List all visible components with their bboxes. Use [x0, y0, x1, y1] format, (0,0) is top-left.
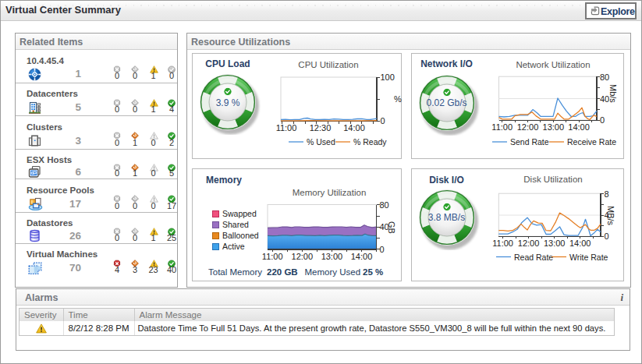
- svg-text:0: 0: [380, 245, 385, 254]
- svg-text:14:00: 14:00: [343, 123, 365, 133]
- svg-text:80: 80: [600, 72, 609, 82]
- svg-text:13:00: 13:00: [544, 239, 566, 248]
- svg-text:13:00: 13:00: [543, 122, 565, 132]
- svg-text:100: 100: [381, 74, 395, 82]
- svg-text:0: 0: [381, 116, 385, 125]
- svg-text:11:00: 11:00: [276, 123, 297, 133]
- svg-text:12:00: 12:00: [292, 252, 314, 261]
- svg-text:% Used: % Used: [307, 137, 335, 147]
- svg-text:8: 8: [605, 189, 609, 199]
- svg-text:Send Rate: Send Rate: [510, 137, 549, 147]
- svg-text:11:00: 11:00: [262, 252, 283, 261]
- svg-text:Write Rate: Write Rate: [569, 253, 608, 262]
- svg-text:0: 0: [605, 231, 609, 241]
- svg-text:12:00: 12:00: [517, 122, 539, 132]
- svg-text:Read Rate: Read Rate: [514, 253, 553, 262]
- svg-text:% Ready: % Ready: [353, 137, 387, 147]
- svg-text:12:00: 12:00: [518, 239, 540, 248]
- svg-text:80: 80: [380, 200, 389, 210]
- svg-text:12:30: 12:30: [310, 123, 332, 133]
- svg-text:14:00: 14:00: [569, 239, 591, 248]
- svg-text:11:00: 11:00: [492, 239, 513, 248]
- svg-text:0: 0: [600, 115, 605, 125]
- svg-text:13:00: 13:00: [321, 252, 343, 261]
- svg-text:11:00: 11:00: [491, 122, 513, 132]
- svg-text:14:00: 14:00: [351, 252, 373, 261]
- svg-text:14:00: 14:00: [568, 122, 590, 132]
- svg-text:Receive Rate: Receive Rate: [567, 137, 616, 147]
